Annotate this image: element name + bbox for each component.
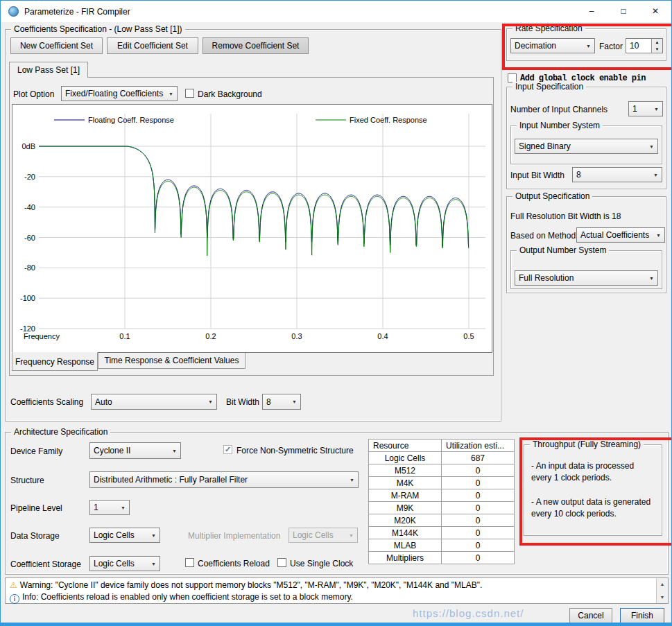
device-family-value: Cyclone II xyxy=(94,446,130,455)
chevron-down-icon: ▼ xyxy=(652,233,661,238)
plot-option-select[interactable]: Fixed/Floating Coefficients ▼ xyxy=(61,86,178,101)
tab-low-pass-set[interactable]: Low Pass Set [1] xyxy=(9,62,88,78)
input-specification-title: Input Specification xyxy=(512,82,586,92)
force-non-symmetric-label: Force Non-Symmetric Structure xyxy=(236,446,354,455)
chevron-down-icon: ▼ xyxy=(649,173,658,177)
close-icon: ✕ xyxy=(652,6,659,16)
rate-specification-title: Rate Specification xyxy=(512,24,585,33)
resource-value: 0 xyxy=(442,552,515,564)
rate-mode-select[interactable]: Decimation ▼ xyxy=(510,38,595,53)
bit-width-label: Bit Width xyxy=(226,397,259,407)
y-tick-label: -40 xyxy=(24,203,35,211)
x-tick-label: 0.2 xyxy=(205,332,216,340)
window-title: Parameterize - FIR Compiler xyxy=(24,7,130,17)
throughput-line1: - An input data is processed every 1 clo… xyxy=(531,460,655,484)
input-bit-width-label: Input Bit Width xyxy=(510,171,565,180)
chevron-down-icon: ▼ xyxy=(288,399,297,404)
table-row: M9K0 xyxy=(369,502,515,514)
coefficient-storage-value: Logic Cells xyxy=(94,559,135,568)
pipeline-level-select[interactable]: 1 ▼ xyxy=(89,500,130,515)
coefficients-reload-checkbox[interactable] xyxy=(185,558,194,567)
resource-value: 0 xyxy=(442,539,515,552)
app-icon xyxy=(8,6,19,17)
resource-name: Multipliers xyxy=(369,552,442,564)
messages-panel: ⚠Warning: "Cyclone II" device family doe… xyxy=(5,577,669,604)
dark-background-checkbox[interactable] xyxy=(185,89,194,98)
maximize-button[interactable]: □ xyxy=(608,1,639,22)
y-tick-label: -60 xyxy=(24,234,35,242)
coefficient-storage-select[interactable]: Logic Cells ▼ xyxy=(89,556,160,571)
minimize-button[interactable]: – xyxy=(576,1,608,22)
tab-time-response[interactable]: Time Response & Coefficient Values xyxy=(98,353,245,369)
pipeline-level-label: Pipeline Level xyxy=(10,503,62,513)
input-number-system-select[interactable]: Signed Binary ▼ xyxy=(515,139,658,154)
factor-spinner[interactable]: 10 ▲ ▼ xyxy=(626,38,663,53)
resource-name: M4K xyxy=(369,477,442,489)
device-family-select[interactable]: Cyclone II ▼ xyxy=(89,442,181,459)
output-number-system-title: Output Number System xyxy=(517,245,609,255)
resource-name: Logic Cells xyxy=(369,452,442,464)
window-bottom-border xyxy=(1,623,671,625)
messages-scrollbar[interactable]: ▲ ▼ xyxy=(656,578,668,603)
input-channels-select[interactable]: 1 ▼ xyxy=(628,101,663,116)
chevron-down-icon: ▼ xyxy=(582,44,591,49)
warning-text: Warning: "Cyclone II" device family does… xyxy=(20,580,483,590)
chevron-down-icon: ▼ xyxy=(345,478,354,482)
resource-name: M9K xyxy=(369,502,442,514)
input-bit-width-value: 8 xyxy=(576,170,581,180)
factor-label: Factor xyxy=(599,42,623,51)
resource-value: 0 xyxy=(442,502,515,514)
new-coefficient-set-button[interactable]: New Coefficient Set xyxy=(10,37,103,54)
resource-name: M512 xyxy=(369,464,442,477)
dialog-window: Parameterize - FIR Compiler – □ ✕ Coeffi… xyxy=(0,0,672,626)
x-axis-label: Frequency xyxy=(24,332,60,340)
coefficients-scaling-select[interactable]: Auto ▼ xyxy=(91,394,217,410)
resource-name: M20K xyxy=(369,514,442,527)
structure-select[interactable]: Distributed Arithmetic : Fully Parallel … xyxy=(89,471,359,488)
device-family-label: Device Family xyxy=(10,446,62,456)
resource-value: 0 xyxy=(442,489,515,502)
bit-width-select[interactable]: 8 ▼ xyxy=(262,394,301,410)
scroll-down-button[interactable]: ▼ xyxy=(657,591,668,603)
x-tick-label: 0.3 xyxy=(291,332,302,340)
resource-header: Resource xyxy=(369,440,442,452)
watermark: https://blog.csdn.net/ xyxy=(413,607,524,619)
spinner-down-button[interactable]: ▼ xyxy=(651,46,662,53)
y-tick-label: -100 xyxy=(20,294,35,302)
resource-value: 0 xyxy=(442,527,515,539)
edit-coefficient-set-button[interactable]: Edit Coefficient Set xyxy=(107,37,198,54)
remove-coefficient-set-button[interactable]: Remove Coefficient Set xyxy=(203,37,309,54)
resource-value: 0 xyxy=(442,477,515,489)
spinner-down-icon: ▼ xyxy=(655,47,660,51)
x-tick-label: 0.5 xyxy=(463,332,474,340)
plot-option-label: Plot Option xyxy=(13,89,54,99)
y-tick-label: -20 xyxy=(24,173,35,181)
use-single-clock-checkbox[interactable] xyxy=(277,558,286,567)
utilization-header: Utilization esti... xyxy=(442,440,515,452)
resource-value: 687 xyxy=(442,452,515,464)
force-non-symmetric-checkbox[interactable]: ✓ xyxy=(223,445,232,454)
data-storage-select[interactable]: Logic Cells ▼ xyxy=(89,528,160,543)
based-on-method-select[interactable]: Actual Coefficients ▼ xyxy=(576,227,665,243)
output-number-system-select[interactable]: Full Resolution ▼ xyxy=(515,270,658,286)
cancel-button[interactable]: Cancel xyxy=(569,608,612,624)
frequency-response-chart: 0dB-20-40-60-80-100-1200.10.20.30.40.5Fr… xyxy=(12,105,492,352)
chevron-down-icon: ▼ xyxy=(204,399,213,404)
coefficients-specification-title: Coefficients Specification - (Low Pass S… xyxy=(11,24,185,34)
finish-button[interactable]: Finish xyxy=(620,608,664,624)
throughput-group: Throughput (Fully Streaming) - An input … xyxy=(524,444,662,536)
close-button[interactable]: ✕ xyxy=(639,1,671,22)
table-row: M-RAM0 xyxy=(369,489,515,502)
resource-value: 0 xyxy=(442,514,515,527)
tab-frequency-response[interactable]: Frequency Response xyxy=(12,352,98,371)
resource-table-header-row: Resource Utilization esti... xyxy=(369,440,515,452)
titlebar: Parameterize - FIR Compiler – □ ✕ xyxy=(1,1,671,22)
input-bit-width-select[interactable]: 8 ▼ xyxy=(572,167,662,182)
throughput-title: Throughput (Fully Streaming) xyxy=(530,440,644,449)
table-row: M20K0 xyxy=(369,514,515,527)
multiplier-implementation-select: Logic Cells ▼ xyxy=(288,528,358,543)
y-tick-label: -80 xyxy=(24,263,35,272)
scroll-up-button[interactable]: ▲ xyxy=(657,578,668,590)
info-row: iInfo: Coefficients reload is enabled on… xyxy=(10,592,353,604)
spinner-up-icon: ▲ xyxy=(655,40,660,44)
